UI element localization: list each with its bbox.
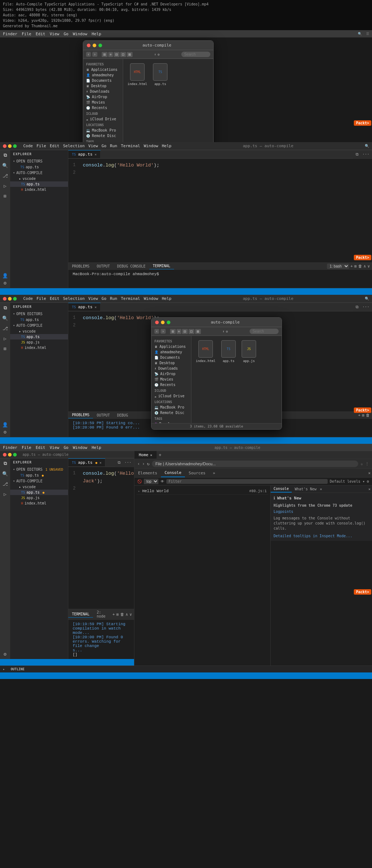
devtools-settings-icon[interactable]: ⚙ [367,479,369,483]
finder1-sidebar-icloud[interactable]: ☁ iCloud Drive [83,116,123,122]
vscode2-menu-go[interactable]: Go [102,296,106,301]
vscode3-minimize-btn[interactable] [8,453,12,457]
finder2-tag-purple[interactable]: Purple [151,421,191,423]
finder1-search-input[interactable] [181,52,210,57]
vscode3-tab-node[interactable]: 2: node [93,609,110,619]
finder1-view-list[interactable]: ≡ [108,52,113,57]
vscode2-menu-edit[interactable]: Edit [50,296,60,301]
devtools-context-select[interactable]: top [144,479,158,484]
vscode3-close-btn[interactable] [3,453,7,457]
vscode1-accounts-icon[interactable]: 👤 [1,272,9,279]
finder2-sidebar-applications[interactable]: 🖥Applications [151,344,191,349]
vscode1-split-editor-btn[interactable]: ⧉ [355,152,360,157]
browser-tab-home-close[interactable]: ✕ [150,453,152,457]
vscode1-open-file-appts[interactable]: TS app.ts [10,164,68,170]
vscode3-search-icon[interactable]: 🔍 [1,470,9,477]
vscode3-debug-icon[interactable]: ▷ [1,490,9,498]
vscode1-git-icon[interactable]: ⎇ [1,172,9,179]
vscode2-file-index[interactable]: H index.html [10,345,68,350]
vscode1-vscode-folder[interactable]: ▸ vscode [10,176,68,181]
vscode2-tab-output[interactable]: OUTPUT [93,412,113,418]
devtools-panel-tab-console[interactable]: Console [271,486,292,493]
vscode1-minimize-btn[interactable] [8,144,12,148]
finder3-menu-view[interactable]: View [50,445,60,450]
vscode1-menu-selection[interactable]: Selection [63,144,85,148]
finder2-sidebar-documents[interactable]: 📄Documents [151,355,191,360]
vscode1-menu-terminal[interactable]: Terminal [121,144,140,148]
finder2-sidebar-downloads[interactable]: ⬇Downloads [151,366,191,371]
vscode2-open-editors-header[interactable]: ▾ OPEN EDITORS [10,311,68,317]
finder1-back-btn[interactable]: ‹ [86,52,91,57]
finder1-sidebar-documents[interactable]: 📄 Documents [83,78,123,83]
finder2-back-btn[interactable]: ‹ [154,329,159,334]
vscode2-tab-problems[interactable]: PROBLEMS [68,412,93,418]
vscode1-menu-code[interactable]: Code [23,144,33,148]
vscode1-terminal-select[interactable]: 1: bash [327,264,349,269]
finder2-view-cover[interactable]: ⊠ [195,329,201,334]
vscode1-file-index[interactable]: H index.html [10,187,68,192]
vscode1-settings-icon[interactable]: ⚙ [1,279,9,286]
finder1-view-cover[interactable]: ⊠ [127,52,133,57]
vscode1-tab-output[interactable]: OUTPUT [93,263,113,269]
vscode2-file-appts[interactable]: TS app.ts [10,334,68,339]
vscode2-git-icon[interactable]: ⎇ [1,325,9,332]
finder3-menu-file[interactable]: File [22,445,32,450]
vscode1-terminal-expand-btn[interactable]: ∧ [364,264,366,269]
line-content-1[interactable]: console.log('Hello World'); [80,162,372,169]
vscode1-terminal-trash-btn[interactable]: 🗑 [358,264,362,269]
finder1-sidebar-macbook[interactable]: 💻 MacBook Pro [83,128,123,133]
vscode2-explorer-icon[interactable]: ⧉ [1,304,9,312]
finder2-forward-btn[interactable]: › [161,329,165,334]
vscode2-close-btn[interactable] [3,297,7,301]
vscode3-tab-appts[interactable]: TS app.ts ● ✕ [68,458,105,466]
browser-add-tab-btn[interactable]: + [157,453,163,458]
finder3-menu-edit[interactable]: Edit [36,445,45,450]
vscode2-terminal-split-btn[interactable]: ⊞ [362,413,364,418]
vscode2-tab-close[interactable]: ✕ [95,305,97,309]
vscode2-more-btn[interactable]: ··· [361,304,371,310]
vscode2-settings-icon[interactable]: ⚙ [1,428,9,435]
finder1-sidebar-movies[interactable]: 🎬 Movies [83,100,123,105]
browser-refresh-btn[interactable]: ↻ [147,461,149,466]
vscode2-tab-appts[interactable]: TS app.ts ✕ [68,303,101,311]
vscode1-tab-close[interactable]: ✕ [95,153,97,156]
finder1-file-appts[interactable]: TS app.ts [153,63,167,86]
browser-more-icon[interactable]: ⋮ [365,462,369,466]
finder2-close-btn[interactable] [155,321,159,324]
vscode3-open-file-appts[interactable]: TS app.ts ● [10,473,68,478]
devtools-close-btn[interactable]: ✕ [368,471,371,475]
vscode1-tab-debug[interactable]: DEBUG CONSOLE [113,263,149,269]
vscode2-extensions-icon[interactable]: ⊞ [1,345,9,352]
finder2-view-icon[interactable]: ⊞ [170,329,176,334]
finder1-view-icon[interactable]: ⊞ [102,52,108,57]
finder2-view-col[interactable]: ⊟ [182,329,188,334]
vscode1-menu-run[interactable]: Run [110,144,117,148]
finder2-sidebar-user[interactable]: 👤ahmadmohey [151,349,191,355]
finder-menu-file[interactable]: File [22,32,32,36]
finder2-sidebar-remote[interactable]: 💿Remote Disc [151,410,191,415]
vscode1-fullscreen-btn[interactable] [13,144,17,148]
vscode1-tab-appts[interactable]: TS app.ts ✕ [68,150,101,158]
vscode3-more-btn[interactable]: ··· [123,460,133,465]
vscode1-menu-view[interactable]: View [88,144,98,148]
vscode1-debug-icon[interactable]: ▷ [1,182,9,189]
finder1-view-flow[interactable]: ⊡ [120,52,126,57]
finder1-sidebar-applications[interactable]: 🖥 Applications [83,67,123,72]
vscode1-terminal-add-btn[interactable]: + [351,264,353,269]
vscode2-terminal-add-btn[interactable]: + [358,413,361,418]
vscode3-file-appjs[interactable]: JS app.js [10,495,68,501]
vscode2-menu-selection[interactable]: Selection [63,296,85,301]
vscode3-explorer-icon[interactable]: ⧉ [1,460,9,467]
vscode2-file-appjs[interactable]: JS app.js [10,339,68,345]
finder2-view-list[interactable]: ≡ [177,329,181,334]
finder2-file-appjs[interactable]: JS app.js [242,340,256,363]
vscode1-menu-edit[interactable]: Edit [50,144,60,148]
vscode2-split-btn[interactable]: ⧉ [355,304,360,310]
finder2-sidebar-recents[interactable]: 🕐Recents [151,382,191,387]
vscode1-open-editors-header[interactable]: ▾ OPEN EDITORS [10,158,68,164]
finder-menu-go[interactable]: Go [64,32,68,36]
vscode1-auto-compile-header[interactable]: ▾ AUTO-COMPILE [10,170,68,176]
vscode1-explorer-icon[interactable]: ⧉ [1,152,9,159]
vscode1-file-appts[interactable]: TS app.ts [10,181,68,187]
vscode2-tab-debug[interactable]: DEBUG [113,412,132,418]
